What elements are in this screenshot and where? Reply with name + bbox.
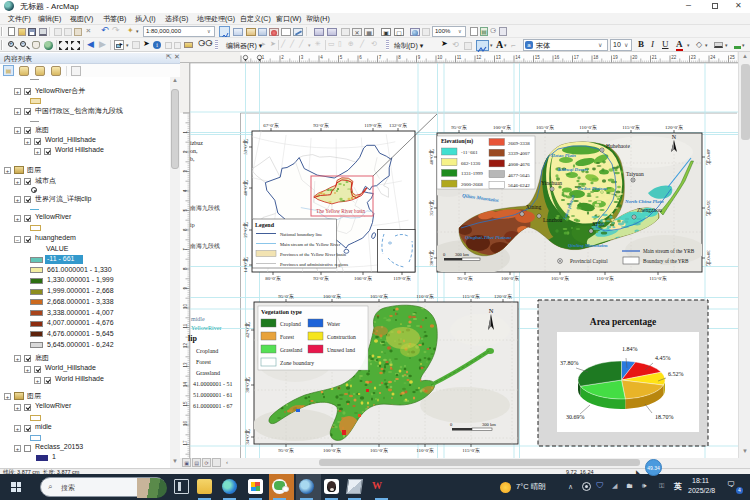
svg-text:105°0'东: 105°0'东 bbox=[370, 447, 388, 453]
svg-text:67°0'东: 67°0'东 bbox=[263, 122, 278, 128]
svg-text:10: 10 bbox=[437, 55, 443, 60]
svg-text:24: 24 bbox=[710, 55, 716, 60]
svg-text:The Yellow River basin: The Yellow River basin bbox=[316, 208, 365, 214]
svg-text:1.84%: 1.84% bbox=[622, 346, 638, 352]
svg-text:115°0'东: 115°0'东 bbox=[462, 447, 480, 453]
svg-text:41.0000001 - 51: 41.0000001 - 51 bbox=[193, 381, 233, 387]
svg-text:N: N bbox=[672, 134, 677, 140]
svg-text:38°0'北: 38°0'北 bbox=[244, 377, 251, 392]
svg-text:662-1330: 662-1330 bbox=[461, 161, 481, 166]
svg-text:42°0'北: 42°0'北 bbox=[244, 322, 251, 337]
svg-text:5646-6242: 5646-6242 bbox=[508, 183, 530, 188]
svg-text:14°0'北: 14°0'北 bbox=[242, 257, 249, 272]
svg-text:Provinces and administrative r: Provinces and administrative regions bbox=[280, 262, 348, 267]
svg-text:Yinchuan: Yinchuan bbox=[541, 180, 562, 186]
svg-text:Qinghai-Tibet Plateau: Qinghai-Tibet Plateau bbox=[465, 235, 511, 240]
svg-text:18.70%: 18.70% bbox=[655, 414, 674, 420]
svg-text:110°0'东: 110°0'东 bbox=[416, 447, 434, 453]
svg-text:22: 22 bbox=[671, 55, 677, 60]
svg-text:105°0'东: 105°0'东 bbox=[536, 124, 554, 130]
svg-text:-11~661: -11~661 bbox=[461, 150, 478, 155]
svg-text:4677-5645: 4677-5645 bbox=[508, 173, 530, 178]
svg-text:lip: lip bbox=[188, 334, 197, 343]
svg-text:110°0'东: 110°0'东 bbox=[579, 124, 597, 130]
svg-text:93°0'东: 93°0'东 bbox=[313, 275, 328, 281]
svg-text:105°0'东: 105°0'东 bbox=[370, 293, 388, 299]
svg-text:35°0'北: 35°0'北 bbox=[705, 200, 712, 215]
svg-text:Provincial Capital: Provincial Capital bbox=[570, 258, 608, 264]
svg-text:12: 12 bbox=[476, 55, 482, 60]
svg-text:53°0'北: 53°0'北 bbox=[242, 139, 249, 154]
svg-text:Kubuqi Desert: Kubuqi Desert bbox=[557, 167, 588, 172]
svg-text:25: 25 bbox=[730, 55, 736, 60]
svg-text:14: 14 bbox=[515, 55, 521, 60]
svg-text:6.52%: 6.52% bbox=[668, 371, 684, 377]
svg-text:4.45%: 4.45% bbox=[655, 355, 671, 361]
svg-text:105°0'东: 105°0'东 bbox=[551, 275, 569, 281]
svg-text:20: 20 bbox=[632, 55, 638, 60]
svg-text:Construction: Construction bbox=[327, 334, 356, 340]
svg-text:Huhehaote: Huhehaote bbox=[606, 143, 630, 149]
svg-text:100°0'东: 100°0'东 bbox=[323, 447, 341, 453]
svg-text:300 km: 300 km bbox=[455, 252, 469, 257]
svg-text:34°0'北: 34°0'北 bbox=[244, 429, 251, 444]
svg-text:Main stream of the Yellow Rive: Main stream of the Yellow River bbox=[280, 242, 341, 247]
svg-text:93°0'东: 93°0'东 bbox=[313, 122, 328, 128]
svg-text:106°0'东: 106°0'东 bbox=[354, 275, 372, 281]
svg-text:51.0000001 - 61: 51.0000001 - 61 bbox=[193, 392, 233, 398]
svg-text:Boundary of the YRB: Boundary of the YRB bbox=[643, 258, 689, 264]
svg-text:Unused land: Unused land bbox=[327, 347, 355, 353]
svg-text:Ordos Plateau: Ordos Plateau bbox=[578, 186, 608, 191]
svg-text:南海九段线: 南海九段线 bbox=[190, 205, 220, 211]
svg-text:37.80%: 37.80% bbox=[560, 360, 579, 366]
svg-text:Xi'an: Xi'an bbox=[592, 221, 604, 227]
svg-text:30.69%: 30.69% bbox=[566, 414, 585, 420]
svg-text:Main stream of the YRB: Main stream of the YRB bbox=[643, 248, 695, 254]
svg-text:10: 10 bbox=[183, 303, 188, 309]
svg-text:2669-3338: 2669-3338 bbox=[508, 141, 530, 146]
svg-text:95°0'东: 95°0'东 bbox=[278, 293, 293, 299]
svg-text:4008-4676: 4008-4676 bbox=[508, 162, 530, 167]
svg-text:Elevation(m): Elevation(m) bbox=[441, 138, 473, 145]
svg-text:13: 13 bbox=[496, 55, 502, 60]
svg-text:南海九段线: 南海九段线 bbox=[190, 243, 220, 249]
svg-text:80°0'东: 80°0'东 bbox=[265, 275, 280, 281]
svg-text:Lanzhou: Lanzhou bbox=[543, 217, 562, 223]
svg-text:119°0'东: 119°0'东 bbox=[364, 122, 382, 128]
svg-text:18: 18 bbox=[593, 55, 599, 60]
svg-text:95°0'东: 95°0'东 bbox=[278, 447, 293, 453]
svg-text:Forest: Forest bbox=[280, 334, 294, 340]
svg-text:b,: b, bbox=[190, 156, 195, 162]
svg-text:Cropland: Cropland bbox=[280, 321, 301, 327]
svg-text:YellowRiver: YellowRiver bbox=[191, 325, 221, 331]
svg-text:15: 15 bbox=[183, 401, 188, 407]
svg-text:Cropland: Cropland bbox=[196, 348, 218, 354]
svg-text:Hetao Plain: Hetao Plain bbox=[550, 153, 576, 158]
svg-text:12: 12 bbox=[183, 342, 188, 348]
svg-text:Vegetation type: Vegetation type bbox=[261, 308, 302, 315]
svg-text:Water: Water bbox=[327, 321, 340, 327]
svg-text:16: 16 bbox=[554, 55, 560, 60]
svg-text:16: 16 bbox=[183, 420, 188, 426]
svg-text:95°0'东: 95°0'东 bbox=[457, 275, 472, 281]
svg-text:14: 14 bbox=[183, 381, 188, 387]
svg-text:13: 13 bbox=[183, 362, 188, 368]
svg-text:40°0'北: 40°0'北 bbox=[242, 180, 249, 195]
svg-text:19: 19 bbox=[613, 55, 619, 60]
svg-text:115°0'东: 115°0'东 bbox=[622, 124, 640, 130]
svg-text:on,: on, bbox=[190, 148, 198, 154]
svg-text:17: 17 bbox=[574, 55, 580, 60]
svg-text:izbuz: izbuz bbox=[190, 140, 203, 146]
svg-text:100°0'东: 100°0'东 bbox=[493, 124, 511, 130]
svg-text:115°0'东: 115°0'东 bbox=[649, 275, 667, 281]
svg-text:300 km: 300 km bbox=[482, 422, 496, 427]
svg-text:3339-4007: 3339-4007 bbox=[508, 151, 530, 156]
svg-text:115°0'东: 115°0'东 bbox=[462, 293, 480, 299]
svg-text:100°0'东: 100°0'东 bbox=[501, 275, 519, 281]
svg-text:30°0'北: 30°0'北 bbox=[428, 250, 435, 265]
svg-text:Zone boundary: Zone boundary bbox=[280, 360, 314, 366]
svg-text:40°0'北: 40°0'北 bbox=[705, 149, 712, 164]
svg-text:Zhengzhou: Zhengzhou bbox=[637, 207, 662, 213]
svg-text:40°0'北: 40°0'北 bbox=[428, 149, 435, 164]
svg-text:Forest: Forest bbox=[196, 359, 211, 365]
